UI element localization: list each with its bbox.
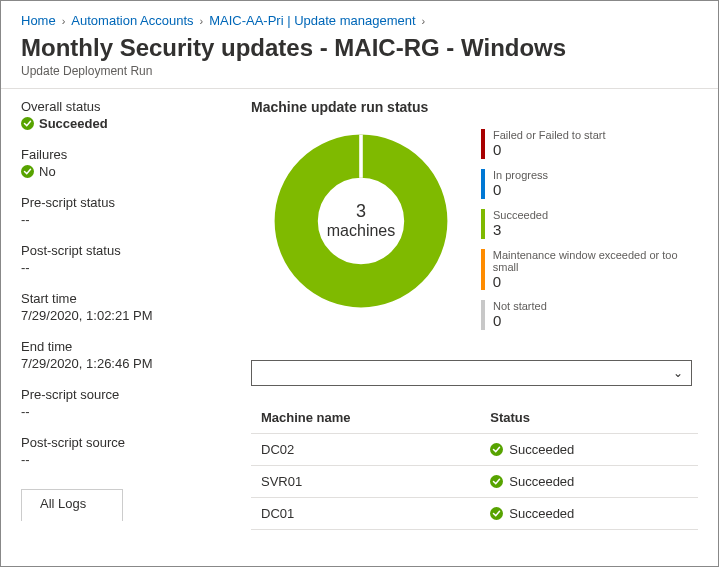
check-circle-icon — [21, 165, 34, 178]
pre-script-source-label: Pre-script source — [21, 387, 251, 402]
summary-panel: Overall status Succeeded Failures No — [21, 99, 251, 530]
start-time-field: Start time 7/29/2020, 1:02:21 PM — [21, 291, 251, 323]
legend-label: Failed or Failed to start — [493, 129, 606, 141]
legend-value: 0 — [493, 141, 606, 158]
post-script-source-field: Post-script source -- — [21, 435, 251, 467]
legend-label: In progress — [493, 169, 548, 181]
breadcrumb-automation-accounts[interactable]: Automation Accounts — [71, 13, 193, 28]
legend-item: Succeeded3 — [481, 209, 698, 239]
machine-name-cell: DC01 — [251, 498, 480, 530]
divider — [1, 88, 718, 89]
col-status[interactable]: Status — [480, 402, 698, 434]
check-circle-icon — [490, 475, 503, 488]
chevron-right-icon: › — [200, 15, 204, 27]
donut-center-value: 3 — [356, 202, 366, 222]
post-script-source-label: Post-script source — [21, 435, 251, 450]
page-subtitle: Update Deployment Run — [21, 64, 698, 78]
legend-item: Maintenance window exceeded or too small… — [481, 249, 698, 290]
chart-legend: Failed or Failed to start0In progress0Su… — [481, 125, 698, 340]
page-title: Monthly Security updates - MAIC-RG - Win… — [21, 34, 698, 62]
col-machine-name[interactable]: Machine name — [251, 402, 480, 434]
machines-table: Machine name Status DC02SucceededSVR01Su… — [251, 402, 698, 530]
legend-color-bar — [481, 169, 485, 199]
legend-label: Maintenance window exceeded or too small — [493, 249, 698, 273]
legend-label: Not started — [493, 300, 547, 312]
post-script-status-label: Post-script status — [21, 243, 251, 258]
failures-field: Failures No — [21, 147, 251, 179]
chevron-right-icon: › — [62, 15, 66, 27]
legend-item: Failed or Failed to start0 — [481, 129, 698, 159]
post-script-source-value: -- — [21, 452, 251, 467]
legend-color-bar — [481, 129, 485, 159]
legend-value: 0 — [493, 181, 548, 198]
pre-script-source-field: Pre-script source -- — [21, 387, 251, 419]
chart-section-title: Machine update run status — [251, 99, 698, 115]
failures-label: Failures — [21, 147, 251, 162]
legend-value: 0 — [493, 273, 698, 290]
legend-item: Not started0 — [481, 300, 698, 330]
breadcrumb-update-management[interactable]: MAIC-AA-Pri | Update management — [209, 13, 415, 28]
post-script-status-field: Post-script status -- — [21, 243, 251, 275]
legend-item: In progress0 — [481, 169, 698, 199]
donut-chart: 3 machines — [271, 131, 451, 311]
tab-all-logs[interactable]: All Logs — [21, 489, 123, 521]
breadcrumb-home[interactable]: Home — [21, 13, 56, 28]
filter-dropdown[interactable]: ⌄ — [251, 360, 692, 386]
end-time-value: 7/29/2020, 1:26:46 PM — [21, 356, 251, 371]
breadcrumb: Home › Automation Accounts › MAIC-AA-Pri… — [21, 13, 698, 28]
status-cell-value: Succeeded — [509, 442, 574, 457]
check-circle-icon — [490, 443, 503, 456]
end-time-field: End time 7/29/2020, 1:26:46 PM — [21, 339, 251, 371]
table-row[interactable]: SVR01Succeeded — [251, 466, 698, 498]
overall-status-value: Succeeded — [39, 116, 108, 131]
check-circle-icon — [490, 507, 503, 520]
machine-name-cell: DC02 — [251, 434, 480, 466]
check-circle-icon — [21, 117, 34, 130]
pre-script-source-value: -- — [21, 404, 251, 419]
start-time-label: Start time — [21, 291, 251, 306]
status-cell-value: Succeeded — [509, 506, 574, 521]
overall-status-label: Overall status — [21, 99, 251, 114]
legend-color-bar — [481, 300, 485, 330]
status-cell-value: Succeeded — [509, 474, 574, 489]
overall-status-field: Overall status Succeeded — [21, 99, 251, 131]
end-time-label: End time — [21, 339, 251, 354]
legend-value: 3 — [493, 221, 548, 238]
start-time-value: 7/29/2020, 1:02:21 PM — [21, 308, 251, 323]
post-script-status-value: -- — [21, 260, 251, 275]
donut-center-label: machines — [327, 222, 395, 240]
machine-name-cell: SVR01 — [251, 466, 480, 498]
chevron-down-icon: ⌄ — [673, 366, 683, 380]
legend-color-bar — [481, 249, 485, 290]
pre-script-status-field: Pre-script status -- — [21, 195, 251, 227]
legend-label: Succeeded — [493, 209, 548, 221]
pre-script-status-value: -- — [21, 212, 251, 227]
failures-value: No — [39, 164, 56, 179]
table-row[interactable]: DC02Succeeded — [251, 434, 698, 466]
legend-color-bar — [481, 209, 485, 239]
table-row[interactable]: DC01Succeeded — [251, 498, 698, 530]
pre-script-status-label: Pre-script status — [21, 195, 251, 210]
legend-value: 0 — [493, 312, 547, 329]
chevron-right-icon: › — [422, 15, 426, 27]
